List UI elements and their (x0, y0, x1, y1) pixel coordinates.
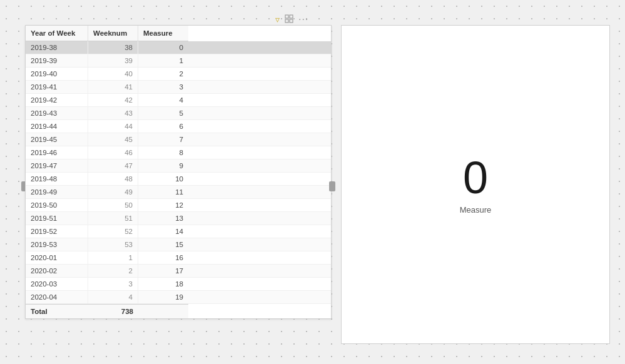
cell-measure: 11 (138, 186, 188, 198)
cell-weeknum: 42 (88, 94, 138, 106)
table-row[interactable]: 2019-44446 (26, 120, 331, 133)
total-measure (138, 304, 188, 318)
cell-year-of-week: 2019-41 (26, 81, 88, 93)
cell-weeknum: 41 (88, 81, 138, 93)
cell-measure: 14 (138, 225, 188, 238)
cell-measure: 6 (138, 120, 188, 133)
table-row[interactable]: 2020-04419 (26, 291, 331, 304)
table-row[interactable]: 2019-42424 (26, 94, 331, 107)
table-header-row: Year of Week Weeknum Measure (26, 26, 331, 41)
cell-year-of-week: 2019-52 (26, 225, 88, 238)
cell-year-of-week: 2019-47 (26, 159, 88, 172)
total-label: Total (26, 304, 88, 318)
svg-rect-3 (290, 19, 293, 23)
col-weeknum: Weeknum (88, 26, 138, 41)
cell-weeknum: 43 (88, 107, 138, 119)
kpi-value: 0 (463, 155, 488, 200)
cell-weeknum: 3 (88, 278, 138, 290)
toolbar: ▿ ··· (275, 14, 308, 25)
cell-weeknum: 1 (88, 251, 138, 264)
cell-weeknum: 4 (88, 291, 138, 303)
cell-measure: 7 (138, 133, 188, 146)
cell-year-of-week: 2019-44 (26, 120, 88, 133)
table-panel: Year of Week Weeknum Measure 2019-383802… (25, 25, 332, 319)
table-row[interactable]: 2019-494911 (26, 186, 331, 199)
cell-year-of-week: 2019-38 (26, 41, 88, 54)
cell-weeknum: 50 (88, 199, 138, 211)
table-row[interactable]: 2020-01116 (26, 251, 331, 265)
cell-year-of-week: 2020-04 (26, 291, 88, 303)
table-row[interactable]: 2020-03318 (26, 278, 331, 291)
table-row[interactable]: 2019-525214 (26, 225, 331, 238)
cell-measure: 9 (138, 159, 188, 172)
cell-year-of-week: 2019-46 (26, 146, 88, 159)
cell-year-of-week: 2019-42 (26, 94, 88, 106)
cell-year-of-week: 2019-51 (26, 212, 88, 225)
table-row[interactable]: 2020-02217 (26, 265, 331, 278)
cell-measure: 16 (138, 251, 188, 264)
table-row[interactable]: 2019-45457 (26, 133, 331, 146)
cell-weeknum: 39 (88, 54, 138, 67)
cell-weeknum: 38 (88, 41, 138, 54)
cell-measure: 4 (138, 94, 188, 106)
cell-weeknum: 48 (88, 173, 138, 185)
cell-year-of-week: 2019-40 (26, 68, 88, 80)
cell-weeknum: 44 (88, 120, 138, 133)
cell-year-of-week: 2020-01 (26, 251, 88, 264)
cell-measure: 3 (138, 81, 188, 93)
table-row[interactable]: 2019-39391 (26, 54, 331, 68)
cell-year-of-week: 2019-48 (26, 173, 88, 185)
cell-weeknum: 49 (88, 186, 138, 198)
filter-icon[interactable]: ▿ (275, 14, 280, 24)
table-row[interactable]: 2019-484810 (26, 173, 331, 186)
col-year-of-week: Year of Week (26, 26, 88, 41)
cell-measure: 10 (138, 173, 188, 185)
svg-rect-0 (285, 15, 288, 18)
svg-rect-2 (285, 19, 288, 23)
table-row[interactable]: 2019-43435 (26, 107, 331, 120)
kpi-label: Measure (460, 205, 492, 215)
table-row[interactable]: 2019-46468 (26, 146, 331, 159)
cell-measure: 17 (138, 265, 188, 277)
cell-weeknum: 46 (88, 146, 138, 159)
cell-measure: 18 (138, 278, 188, 290)
table-row[interactable]: 2019-515113 (26, 212, 331, 225)
cell-weeknum: 47 (88, 159, 138, 172)
cell-weeknum: 52 (88, 225, 138, 238)
cell-measure: 19 (138, 291, 188, 303)
table-row[interactable]: 2019-38380 (26, 41, 331, 54)
table-icon[interactable] (285, 14, 293, 25)
table-row[interactable]: 2019-535315 (26, 238, 331, 251)
total-row: Total 738 (26, 304, 331, 318)
cell-year-of-week: 2019-50 (26, 199, 88, 211)
cell-measure: 13 (138, 212, 188, 225)
cell-year-of-week: 2019-43 (26, 107, 88, 119)
cell-measure: 8 (138, 146, 188, 159)
cell-weeknum: 53 (88, 238, 138, 251)
col-measure: Measure (138, 26, 188, 41)
cell-year-of-week: 2019-53 (26, 238, 88, 251)
resize-handle-right[interactable] (329, 181, 335, 191)
table-row[interactable]: 2019-41413 (26, 81, 331, 94)
cell-measure: 15 (138, 238, 188, 251)
table-row[interactable]: 2019-47479 (26, 159, 331, 173)
cell-year-of-week: 2019-39 (26, 54, 88, 67)
table-row[interactable]: 2019-40402 (26, 68, 331, 81)
cell-measure: 2 (138, 68, 188, 80)
cell-year-of-week: 2019-45 (26, 133, 88, 146)
cell-measure: 5 (138, 107, 188, 119)
cell-measure: 0 (138, 41, 188, 54)
cell-year-of-week: 2019-49 (26, 186, 88, 198)
cell-weeknum: 51 (88, 212, 138, 225)
cell-weeknum: 45 (88, 133, 138, 146)
kpi-panel: 0 Measure (341, 25, 610, 344)
table-row[interactable]: 2019-505012 (26, 199, 331, 212)
svg-rect-1 (290, 15, 293, 18)
cell-weeknum: 40 (88, 68, 138, 80)
cell-measure: 12 (138, 199, 188, 211)
cell-measure: 1 (138, 54, 188, 67)
cell-year-of-week: 2020-02 (26, 265, 88, 277)
total-weeknum: 738 (88, 304, 138, 318)
cell-year-of-week: 2020-03 (26, 278, 88, 290)
more-icon[interactable]: ··· (298, 14, 308, 25)
